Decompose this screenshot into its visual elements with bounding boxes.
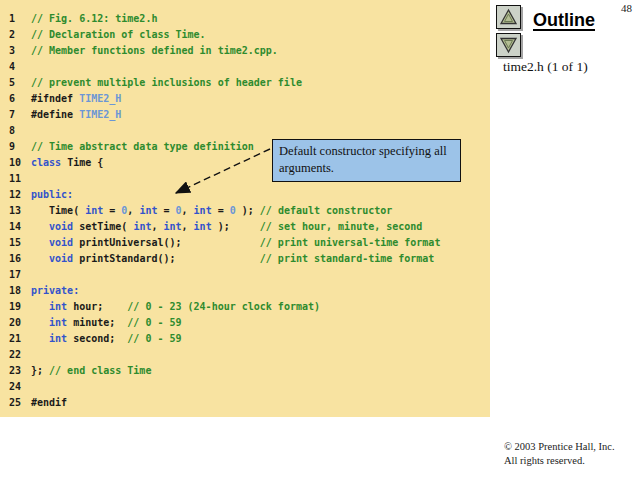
code-line: 3// Member functions defined in time2.cp… xyxy=(0,43,490,59)
code-line: 1// Fig. 6.12: time2.h xyxy=(0,11,490,27)
line-number: 20 xyxy=(0,315,31,331)
code-line: 8 xyxy=(0,123,490,139)
code-line: 2// Declaration of class Time. xyxy=(0,27,490,43)
up-triangle-icon xyxy=(499,8,518,26)
code-line: 20 int minute; // 0 - 59 xyxy=(0,315,490,331)
code-line: 16 void printStandard(); // print standa… xyxy=(0,251,490,267)
line-number: 25 xyxy=(0,395,31,411)
code-line: 4 xyxy=(0,59,490,75)
code-line: 19 int hour; // 0 - 23 (24-hour clock fo… xyxy=(0,299,490,315)
code-line: 6#ifndef TIME2_H xyxy=(0,91,490,107)
code-listing: 1// Fig. 6.12: time2.h2// Declaration of… xyxy=(0,11,490,411)
copyright-line1: © 2003 Prentice Hall, Inc. xyxy=(504,440,615,454)
line-number: 3 xyxy=(0,43,31,59)
line-number: 7 xyxy=(0,107,31,123)
line-number: 16 xyxy=(0,251,31,267)
copyright-line2: All rights reserved. xyxy=(504,454,615,468)
line-number: 6 xyxy=(0,91,31,107)
code-line: 17 xyxy=(0,267,490,283)
page-number: 48 xyxy=(621,2,632,14)
code-line: 18private: xyxy=(0,283,490,299)
line-number: 17 xyxy=(0,267,31,283)
code-line: 21 int second; // 0 - 59 xyxy=(0,331,490,347)
code-line: 5// prevent multiple inclusions of heade… xyxy=(0,75,490,91)
line-number: 14 xyxy=(0,219,31,235)
outline-title: Outline xyxy=(533,10,595,31)
line-number: 2 xyxy=(0,27,31,43)
line-number: 24 xyxy=(0,379,31,395)
code-panel: 1// Fig. 6.12: time2.h2// Declaration of… xyxy=(0,0,490,417)
nav-down-button[interactable] xyxy=(496,33,521,57)
slide: 1// Fig. 6.12: time2.h2// Declaration of… xyxy=(0,0,639,479)
code-line: 22 xyxy=(0,347,490,363)
line-number: 10 xyxy=(0,155,31,171)
code-line: 14 void setTime( int, int, int ); // set… xyxy=(0,219,490,235)
line-number: 9 xyxy=(0,139,31,155)
copyright: © 2003 Prentice Hall, Inc. All rights re… xyxy=(504,440,615,467)
code-line: 13 Time( int = 0, int = 0, int = 0 ); //… xyxy=(0,203,490,219)
code-line: 25#endif xyxy=(0,395,490,411)
line-number: 22 xyxy=(0,347,31,363)
nav-up-button[interactable] xyxy=(496,5,521,29)
line-number: 11 xyxy=(0,171,31,187)
code-line: 15 void printUniversal(); // print unive… xyxy=(0,235,490,251)
code-line: 23}; // end class Time xyxy=(0,363,490,379)
line-number: 19 xyxy=(0,299,31,315)
line-number: 8 xyxy=(0,123,31,139)
code-line: 24 xyxy=(0,379,490,395)
down-triangle-icon xyxy=(499,36,518,54)
line-number: 4 xyxy=(0,59,31,75)
line-number: 5 xyxy=(0,75,31,91)
line-number: 21 xyxy=(0,331,31,347)
line-number: 15 xyxy=(0,235,31,251)
slide-subtitle: time2.h (1 of 1) xyxy=(503,59,588,75)
line-number: 12 xyxy=(0,187,31,203)
code-line: 7#define TIME2_H xyxy=(0,107,490,123)
line-number: 1 xyxy=(0,11,31,27)
code-line: 12public: xyxy=(0,187,490,203)
callout-box: Default constructor specifying all argum… xyxy=(272,139,461,182)
line-number: 13 xyxy=(0,203,31,219)
line-number: 18 xyxy=(0,283,31,299)
line-number: 23 xyxy=(0,363,31,379)
